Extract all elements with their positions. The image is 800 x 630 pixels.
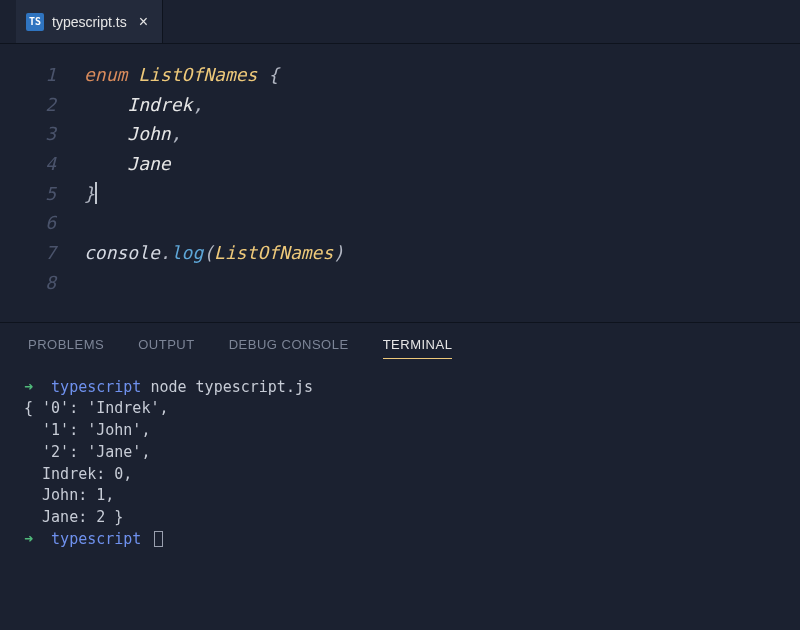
terminal-output-line: { '0': 'Indrek', bbox=[24, 398, 800, 420]
code-token: { bbox=[268, 64, 279, 85]
code-line[interactable]: console.log(ListOfNames) bbox=[84, 238, 800, 268]
code-token: } bbox=[84, 183, 95, 204]
prompt-context: typescript bbox=[51, 530, 141, 548]
line-number: 7 bbox=[0, 238, 56, 268]
line-gutter: 12345678 bbox=[0, 60, 84, 298]
code-line[interactable] bbox=[84, 268, 800, 298]
line-number: 2 bbox=[0, 90, 56, 120]
code-line[interactable]: John, bbox=[84, 119, 800, 149]
line-number: 5 bbox=[0, 179, 56, 209]
bottom-panel: PROBLEMS OUTPUT DEBUG CONSOLE TERMINAL ➜… bbox=[0, 322, 800, 631]
tab-problems[interactable]: PROBLEMS bbox=[28, 337, 104, 359]
text-cursor bbox=[95, 182, 97, 204]
prompt-arrow-icon: ➜ bbox=[24, 530, 33, 548]
code-line[interactable]: } bbox=[84, 179, 800, 209]
code-line[interactable]: enum ListOfNames { bbox=[84, 60, 800, 90]
terminal-view[interactable]: ➜ typescript node typescript.js{ '0': 'I… bbox=[0, 369, 800, 551]
panel-tabs: PROBLEMS OUTPUT DEBUG CONSOLE TERMINAL bbox=[0, 323, 800, 369]
code-token bbox=[127, 64, 138, 85]
code-line[interactable]: Indrek, bbox=[84, 90, 800, 120]
code-token: console bbox=[84, 242, 160, 263]
tab-bar: TS typescript.ts × bbox=[0, 0, 800, 44]
close-icon[interactable]: × bbox=[139, 13, 148, 31]
code-line[interactable] bbox=[84, 208, 800, 238]
terminal-output-line: Jane: 2 } bbox=[24, 507, 800, 529]
tab-output[interactable]: OUTPUT bbox=[138, 337, 194, 359]
code-token: Jane bbox=[127, 153, 170, 174]
prompt-arrow-icon: ➜ bbox=[24, 378, 33, 396]
tab-typescript[interactable]: TS typescript.ts × bbox=[16, 0, 163, 43]
code-area[interactable]: enum ListOfNames { Indrek, John, Jane} c… bbox=[84, 60, 800, 298]
code-token: , bbox=[171, 123, 182, 144]
terminal-line: ➜ typescript bbox=[24, 529, 800, 551]
tab-terminal[interactable]: TERMINAL bbox=[383, 337, 453, 359]
line-number: 6 bbox=[0, 208, 56, 238]
code-token bbox=[257, 64, 268, 85]
code-token: ( bbox=[203, 242, 214, 263]
code-token: John bbox=[127, 123, 170, 144]
terminal-output-line: '2': 'Jane', bbox=[24, 442, 800, 464]
code-token: ) bbox=[333, 242, 344, 263]
code-token: ListOfNames bbox=[214, 242, 333, 263]
tab-debug-console[interactable]: DEBUG CONSOLE bbox=[229, 337, 349, 359]
code-token: , bbox=[192, 94, 203, 115]
code-token bbox=[84, 94, 127, 115]
code-line[interactable]: Jane bbox=[84, 149, 800, 179]
terminal-output-line: '1': 'John', bbox=[24, 420, 800, 442]
code-token: Indrek bbox=[127, 94, 192, 115]
code-token bbox=[84, 153, 127, 174]
terminal-line: ➜ typescript node typescript.js bbox=[24, 377, 800, 399]
tab-filename: typescript.ts bbox=[52, 14, 127, 30]
line-number: 1 bbox=[0, 60, 56, 90]
code-token: enum bbox=[84, 64, 127, 85]
code-token: ListOfNames bbox=[138, 64, 257, 85]
code-editor[interactable]: 12345678 enum ListOfNames { Indrek, John… bbox=[0, 44, 800, 322]
line-number: 3 bbox=[0, 119, 56, 149]
code-token: log bbox=[171, 242, 204, 263]
code-token: . bbox=[160, 242, 171, 263]
terminal-output-line: John: 1, bbox=[24, 485, 800, 507]
prompt-context: typescript bbox=[51, 378, 141, 396]
line-number: 8 bbox=[0, 268, 56, 298]
terminal-command: node typescript.js bbox=[150, 378, 313, 396]
code-token bbox=[84, 123, 127, 144]
typescript-file-icon: TS bbox=[26, 13, 44, 31]
line-number: 4 bbox=[0, 149, 56, 179]
terminal-cursor bbox=[154, 531, 163, 547]
terminal-output-line: Indrek: 0, bbox=[24, 464, 800, 486]
